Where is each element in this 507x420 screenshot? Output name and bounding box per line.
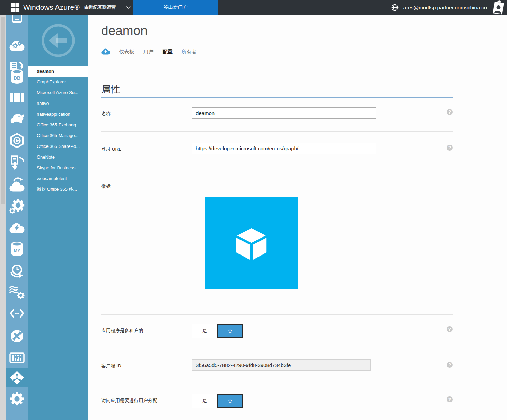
app-list-item-microsoft-azure-su[interactable]: Microsoft Azure Su... — [28, 87, 88, 98]
app-list-item-nativeapplication[interactable]: nativeapplication — [28, 109, 88, 119]
settings-gear-icon — [9, 391, 25, 406]
topbar-divider — [122, 3, 122, 11]
top-bar: Windows Azure® 由世纪互联运营 签出新门户 ares@modtsp… — [0, 0, 507, 15]
tab-owners[interactable]: 所有者 — [182, 48, 197, 55]
application-list: deamon GraphExplorer Microsoft Azure Su.… — [28, 66, 88, 195]
sidebar-item-settings[interactable] — [6, 389, 28, 409]
active-directory-icon — [9, 370, 25, 385]
tab-dashboard[interactable]: 仪表板 — [119, 48, 134, 55]
sync-arrows-icon — [9, 329, 25, 344]
chevron-down-icon — [126, 6, 131, 9]
sidebar-item-mobile-services[interactable] — [6, 15, 28, 25]
globe-icon[interactable] — [391, 4, 399, 11]
section-underline — [101, 97, 453, 98]
back-button[interactable] — [28, 15, 88, 66]
sidebar-item-operational-dashboard[interactable] — [6, 348, 28, 367]
multitenant-no-button[interactable]: 否 — [217, 324, 243, 338]
sidebar-item-backup[interactable] — [6, 175, 28, 194]
cube-logo-icon — [230, 221, 273, 265]
row-divider — [101, 314, 453, 315]
tab-configure[interactable]: 配置 — [163, 48, 173, 55]
name-help-icon[interactable]: ? — [447, 109, 453, 115]
app-list-item-office365-manage[interactable]: Office 365 Manage... — [28, 130, 88, 141]
user-assignment-yes-button[interactable]: 是 — [192, 394, 217, 408]
sidebar-item-scheduler[interactable] — [6, 261, 28, 281]
app-list-item-graphexplorer[interactable]: GraphExplorer — [28, 77, 88, 87]
account-badge-icon[interactable] — [492, 0, 505, 15]
user-assignment-no-button[interactable]: 否 — [217, 394, 243, 408]
sidebar-item-import-export[interactable] — [6, 153, 28, 173]
sql-database-icon: DB — [10, 69, 24, 84]
sidebar-item-api-code[interactable] — [6, 304, 28, 323]
name-field-label: 名称 — [101, 111, 111, 117]
subscription-dropdown-chevron[interactable] — [124, 0, 132, 15]
row-divider — [101, 169, 453, 169]
app-logo — [205, 197, 298, 289]
row-divider — [101, 131, 453, 132]
sidebar-item-stream-analytics[interactable] — [6, 218, 28, 238]
app-list-item-office365-exchange[interactable]: Office 365 Exchang... — [28, 119, 88, 130]
sidebar-item-sync-recovery[interactable] — [6, 327, 28, 346]
app-cloud-icon — [101, 48, 110, 55]
sidebar-item-automation[interactable] — [6, 197, 28, 216]
sidebar-item-mysql-database[interactable]: MY — [6, 239, 28, 259]
back-arrow-icon — [37, 20, 79, 61]
account-area[interactable]: ares@modtsp.partner.onmschina.cn — [391, 0, 505, 15]
signon-url-input[interactable] — [192, 143, 376, 154]
app-list-item-onenote[interactable]: OneNote — [28, 152, 88, 162]
storage-table-icon — [9, 90, 25, 105]
sidebar-item-active-directory[interactable] — [6, 368, 28, 387]
signon-url-field-label: 登录 URL — [101, 146, 121, 152]
logo-field-label: 徽标 — [101, 183, 111, 189]
section-title-properties: 属性 — [101, 83, 120, 96]
brand[interactable]: Windows Azure® — [10, 0, 80, 15]
mysql-database-icon: MY — [10, 241, 24, 257]
sidebar-item-cloud-services[interactable] — [6, 36, 28, 55]
cloud-services-icon — [9, 38, 25, 53]
sidebar-item-storage-tables[interactable] — [6, 88, 28, 107]
sidebar-item-service-bus[interactable] — [6, 283, 28, 302]
dashboard-console-icon — [9, 350, 25, 365]
client-id-help-icon[interactable]: ? — [447, 362, 453, 368]
import-export-icon — [9, 155, 25, 171]
multitenant-yes-button[interactable]: 是 — [192, 324, 217, 338]
user-assignment-help-icon[interactable]: ? — [447, 396, 453, 402]
app-list-item-office365-sharepoint[interactable]: Office 365 SharePo... — [28, 141, 88, 152]
svg-text:DB: DB — [14, 75, 20, 81]
code-brackets-icon — [9, 306, 25, 321]
left-scrollbar[interactable] — [0, 15, 6, 420]
backup-cloud-icon — [9, 177, 25, 192]
signout-new-portal-button[interactable]: 签出新门户 — [133, 0, 218, 15]
app-list-item-deamon[interactable]: deamon — [28, 66, 88, 77]
multitenant-field-label: 应用程序是多租户的 — [101, 328, 143, 334]
multitenant-help-icon[interactable]: ? — [447, 326, 453, 332]
account-email[interactable]: ares@modtsp.partner.onmschina.cn — [403, 5, 487, 10]
user-assignment-toggle: 是 否 — [192, 394, 243, 408]
sidebar-item-media-services[interactable] — [6, 131, 28, 150]
sidebar-item-sql-database[interactable]: DB — [6, 67, 28, 86]
app-list-item-native[interactable]: native — [28, 98, 88, 109]
svg-text:MY: MY — [14, 248, 20, 253]
app-list-item-office365-mobile[interactable]: 微软 Office 365 移... — [28, 184, 88, 195]
app-list-item-websampletest[interactable]: websampletest — [28, 173, 88, 184]
cloud-lightning-icon — [9, 220, 25, 235]
main-content: deamon 仪表板 用户 配置 所有者 属性 名称 ? 登录 URL ? 徽标 — [88, 15, 507, 420]
page-title: deamon — [101, 24, 148, 38]
signon-url-help-icon[interactable]: ? — [447, 145, 453, 151]
name-input[interactable] — [192, 107, 376, 119]
tab-users[interactable]: 用户 — [143, 48, 154, 55]
sidebar-item-hdinsight[interactable] — [6, 109, 28, 128]
automation-gear-icon — [9, 199, 25, 214]
scrollbar-thumb[interactable] — [1, 17, 5, 204]
app-list-item-skype-for-business[interactable]: Skype for Business... — [28, 162, 88, 173]
operator-label: 由世纪互联运营 — [84, 0, 116, 15]
waves-gear-icon — [9, 285, 25, 300]
tab-bar: 仪表板 用户 配置 所有者 — [101, 48, 196, 55]
service-icon-sidebar: DB — [6, 15, 28, 420]
multitenant-toggle: 是 否 — [192, 324, 243, 338]
azure-portal-window: Windows Azure® 由世纪互联运营 签出新门户 ares@modtsp… — [0, 0, 507, 420]
scheduler-clock-icon — [9, 263, 25, 279]
client-id-field-label: 客户端 ID — [101, 363, 121, 369]
client-id-input[interactable] — [192, 359, 371, 371]
user-assignment-field-label: 访问应用需要进行用户分配 — [101, 397, 157, 404]
